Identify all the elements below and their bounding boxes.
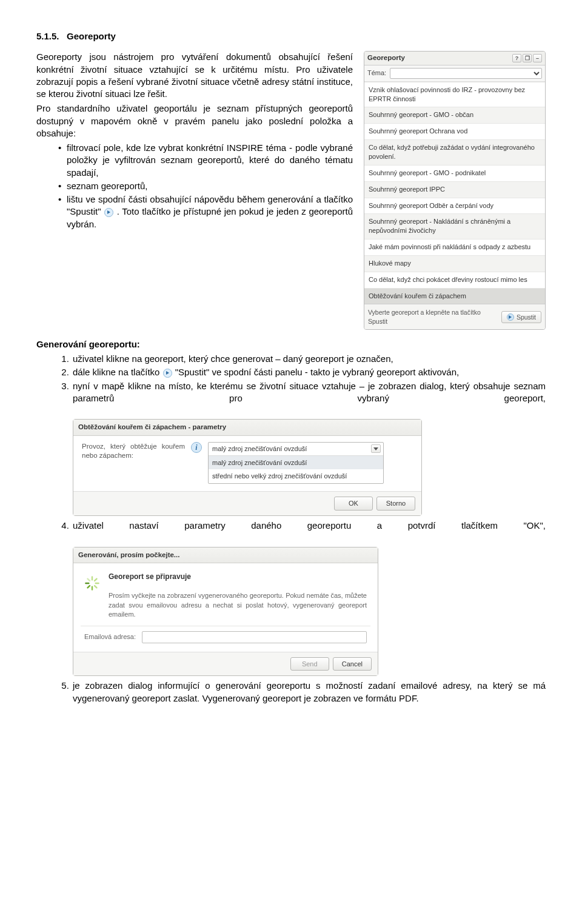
combo-selected: malý zdroj znečišťování ovzduší bbox=[212, 444, 307, 454]
svg-line-7 bbox=[88, 579, 90, 581]
play-icon bbox=[163, 369, 172, 378]
cancel-button[interactable]: Storno bbox=[376, 497, 415, 511]
list-item[interactable]: Souhrnný georeport - Nakládání s chráněn… bbox=[364, 213, 545, 239]
play-icon bbox=[507, 313, 514, 321]
cancel-button[interactable]: Cancel bbox=[333, 657, 372, 671]
list-item[interactable]: Souhrnný georeport Odběr a čerpání vody bbox=[364, 198, 545, 214]
step-5: je zobrazen dialog informující o generov… bbox=[72, 680, 546, 705]
email-field[interactable] bbox=[142, 631, 367, 643]
minimize-icon[interactable]: – bbox=[533, 54, 542, 62]
generating-dialog: Generování, prosím počkejte... bbox=[73, 547, 378, 677]
param-combobox[interactable]: malý zdroj znečišťování ovzduší malý zdr… bbox=[208, 442, 384, 484]
georeporty-panel: Georeporty ? ❐ – Téma: Vznik ohlašovací … bbox=[364, 51, 546, 330]
feature-bullets: filtrovací pole, kde lze vybrat konkrétn… bbox=[36, 142, 353, 230]
list-item[interactable]: Co dělat, když potřebuji zažádat o vydán… bbox=[364, 139, 545, 165]
paragraph-1: Georeporty jsou nástrojem pro vytváření … bbox=[36, 51, 353, 100]
dialog-title: Obtěžování kouřem či zápachem - parametr… bbox=[73, 420, 421, 436]
list-item[interactable]: Souhrnný georeport - GMO - občan bbox=[364, 107, 545, 123]
svg-line-1 bbox=[95, 579, 96, 581]
list-item[interactable]: Co dělat, když chci pokácet dřeviny rost… bbox=[364, 272, 545, 288]
step-4: uživatel nastaví parametry daného georep… bbox=[72, 520, 546, 676]
svg-line-5 bbox=[88, 586, 90, 588]
intro-text-column: Georeporty jsou nástrojem pro vytváření … bbox=[36, 51, 353, 234]
bullet-filter: filtrovací pole, kde lze vybrat konkrétn… bbox=[58, 142, 353, 179]
list-item[interactable]: Vznik ohlašovací povinnosti do IRZ - pro… bbox=[364, 82, 545, 107]
theme-filter-row: Téma: bbox=[364, 65, 545, 82]
combo-option[interactable]: malý zdroj znečišťování ovzduší bbox=[209, 456, 383, 470]
ok-button[interactable]: OK bbox=[334, 497, 373, 511]
email-label: Emailová adresa: bbox=[84, 632, 136, 641]
play-icon bbox=[104, 208, 113, 217]
list-item[interactable]: Hlukové mapy bbox=[364, 255, 545, 272]
generation-steps: uživatel klikne na georeport, který chce… bbox=[36, 353, 546, 705]
list-item[interactable]: Souhrnný georeport - GMO - podnikatel bbox=[364, 165, 545, 181]
generating-body: Prosím vyčkejte na zobrazení vygenerovan… bbox=[109, 592, 367, 618]
chevron-down-icon[interactable] bbox=[371, 444, 381, 453]
bullet-toolbar: lištu ve spodní části obsahující nápověd… bbox=[58, 193, 353, 230]
list-item[interactable]: Obtěžování kouřem či zápachem bbox=[364, 288, 545, 304]
step-3: nyní v mapě klikne na místo, ke kterému … bbox=[72, 380, 546, 517]
restore-icon[interactable]: ❐ bbox=[523, 54, 532, 62]
spinner-icon bbox=[84, 575, 100, 591]
send-button[interactable]: Send bbox=[290, 657, 329, 671]
panel-header: Georeporty ? ❐ – bbox=[364, 52, 545, 65]
generating-heading: Georeport se připravuje bbox=[109, 572, 191, 581]
bullet-list: seznam georeportů, bbox=[58, 180, 353, 192]
run-button[interactable]: Spustit bbox=[501, 311, 541, 323]
step-1: uživatel klikne na georeport, který chce… bbox=[72, 353, 546, 365]
list-item[interactable]: Jaké mám povinnosti při nakládání s odpa… bbox=[364, 239, 545, 255]
section-title: Georeporty bbox=[67, 31, 116, 41]
info-icon[interactable]: i bbox=[191, 442, 202, 453]
section-heading: 5.1.5. Georeporty bbox=[36, 30, 546, 42]
param-label: Provoz, který obtěžuje kouřem nebo zápac… bbox=[82, 442, 185, 461]
generating-text: Georeport se připravuje Prosím vyčkejte … bbox=[109, 572, 367, 619]
theme-select[interactable] bbox=[390, 68, 542, 79]
parameters-dialog: Obtěžování kouřem či zápachem - parametr… bbox=[73, 419, 422, 516]
footer-hint: Vyberte georeport a klepněte na tlačítko… bbox=[368, 308, 501, 325]
georeport-list: Vznik ohlašovací povinnosti do IRZ - pro… bbox=[364, 82, 545, 304]
panel-footer: Vyberte georeport a klepněte na tlačítko… bbox=[364, 304, 545, 329]
panel-title: Georeporty bbox=[367, 53, 405, 63]
combo-option[interactable]: střední nebo velký zdroj znečišťování ov… bbox=[209, 469, 383, 483]
dialog-title: Generování, prosím počkejte... bbox=[73, 547, 378, 564]
intro-and-panel: Georeporty jsou nástrojem pro vytváření … bbox=[36, 51, 546, 330]
generation-heading: Generování georeportu: bbox=[36, 338, 546, 350]
step-2: dále klikne na tlačítko "Spustit" ve spo… bbox=[72, 366, 546, 378]
svg-line-3 bbox=[95, 586, 96, 588]
help-icon[interactable]: ? bbox=[512, 54, 521, 62]
theme-label: Téma: bbox=[367, 69, 386, 78]
paragraph-2: Pro standardního uživatel geoportálu je … bbox=[36, 102, 353, 139]
section-number: 5.1.5. bbox=[36, 31, 59, 41]
list-item[interactable]: Souhrnný georeport IPPC bbox=[364, 181, 545, 198]
list-item[interactable]: Souhrnný georeport Ochrana vod bbox=[364, 123, 545, 139]
